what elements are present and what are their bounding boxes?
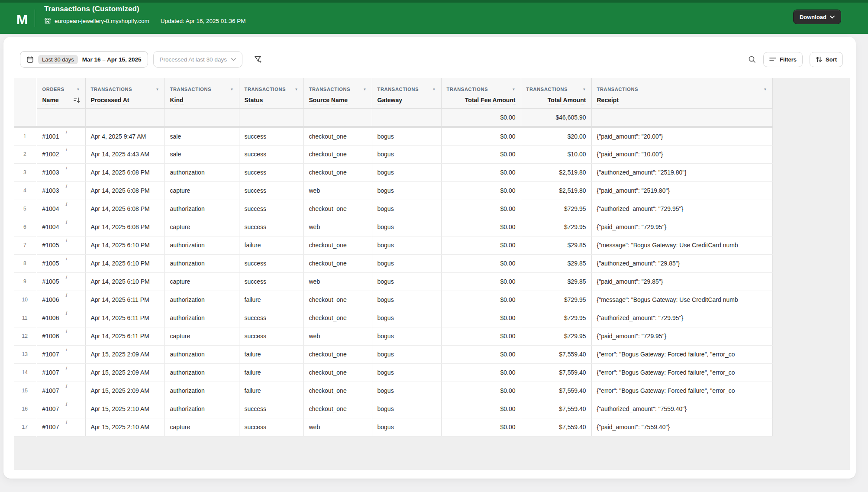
cell-name: #1005i xyxy=(36,272,85,291)
cell-status: failure xyxy=(239,345,303,363)
column-source-cell-name[interactable]: ORDERS▼ xyxy=(36,78,85,93)
cell-total_fee_amount: $0.00 xyxy=(441,218,521,236)
date-range-button[interactable]: Last 30 days Mar 16 – Apr 15, 2025 xyxy=(20,51,148,68)
column-source-cell-receipt[interactable]: TRANSACTIONS▼ xyxy=(591,78,772,93)
cell-source_name: checkout_one xyxy=(303,309,372,327)
info-icon[interactable]: i xyxy=(65,256,67,262)
cell-total_amount: $7,559.40 xyxy=(521,382,591,400)
cell-gateway: bogus xyxy=(372,400,441,418)
info-icon[interactable]: i xyxy=(65,183,67,189)
column-header-receipt[interactable]: Receipt xyxy=(591,93,772,108)
store-icon xyxy=(44,17,51,24)
info-icon[interactable]: i xyxy=(65,383,67,389)
cell-total_amount: $2,519.80 xyxy=(521,163,591,181)
cell-processed_at: Apr 14, 2025 6:08 PM xyxy=(85,218,165,236)
cell-total_amount: $729.95 xyxy=(521,291,591,309)
column-header-source_name[interactable]: Source Name xyxy=(303,93,372,108)
cell-source_name: checkout_one xyxy=(303,291,372,309)
cell-name: #1007i xyxy=(36,418,85,436)
column-header-name[interactable]: Name xyxy=(36,93,85,108)
info-icon[interactable]: i xyxy=(65,201,67,207)
column-header-total_amount[interactable]: Total Amount xyxy=(521,93,591,108)
column-menu-icon[interactable]: ▼ xyxy=(359,87,367,91)
column-header-total_fee_amount[interactable]: Total Fee Amount xyxy=(441,93,521,108)
processed-at-filter-dropdown[interactable]: Processed At last 30 days xyxy=(153,51,242,68)
cell-source_name: checkout_one xyxy=(303,382,372,400)
column-source-cell-source_name[interactable]: TRANSACTIONS▼ xyxy=(303,78,372,93)
column-source-cell-status[interactable]: TRANSACTIONS▼ xyxy=(239,78,303,93)
column-menu-icon[interactable]: ▼ xyxy=(759,87,767,91)
column-menu-icon[interactable]: ▼ xyxy=(290,87,298,91)
table-row: 3#1003iApr 14, 2025 6:08 PMauthorization… xyxy=(14,163,772,181)
column-source-label: ORDERS xyxy=(42,87,65,92)
filters-button[interactable]: Filters xyxy=(763,52,803,67)
column-header-kind[interactable]: Kind xyxy=(165,93,239,108)
filters-button-label: Filters xyxy=(780,56,797,63)
cell-name: #1007i xyxy=(36,345,85,363)
info-icon[interactable]: i xyxy=(65,147,67,152)
cell-gateway: bogus xyxy=(372,163,441,181)
info-icon[interactable]: i xyxy=(65,311,67,316)
row-number: 2 xyxy=(14,145,36,163)
cell-total_fee_amount: $0.00 xyxy=(441,145,521,163)
cell-name: #1006i xyxy=(36,309,85,327)
column-header-status[interactable]: Status xyxy=(239,93,303,108)
filter-lines-icon xyxy=(769,57,776,62)
cell-total_amount: $20.00 xyxy=(521,127,591,145)
column-source-cell-kind[interactable]: TRANSACTIONS▼ xyxy=(165,78,239,93)
download-button[interactable]: Download xyxy=(793,10,841,24)
sort-state-icon[interactable] xyxy=(70,97,80,103)
column-source-cell-processed_at[interactable]: TRANSACTIONS▼ xyxy=(85,78,165,93)
column-header-gateway[interactable]: Gateway xyxy=(372,93,441,108)
info-icon[interactable]: i xyxy=(65,292,67,298)
sort-button[interactable]: Sort xyxy=(810,52,843,67)
info-icon[interactable]: i xyxy=(65,129,67,135)
cell-source_name: checkout_one xyxy=(303,163,372,181)
cell-kind: authorization xyxy=(165,400,239,418)
cell-source_name: checkout_one xyxy=(303,254,372,272)
column-source-cell-gateway[interactable]: TRANSACTIONS▼ xyxy=(372,78,441,93)
info-icon[interactable]: i xyxy=(65,347,67,353)
column-menu-icon[interactable]: ▼ xyxy=(428,87,436,91)
cell-total_fee_amount: $0.00 xyxy=(441,418,521,436)
column-menu-icon[interactable]: ▼ xyxy=(226,87,234,91)
add-filter-button[interactable] xyxy=(254,55,262,64)
cell-name: #1001i xyxy=(36,127,85,145)
cell-receipt: {"paid_amount": "729.95"} xyxy=(591,218,772,236)
summary-total_fee_amount: $0.00 xyxy=(441,108,521,127)
column-source-cell-total_fee_amount[interactable]: TRANSACTIONS▼ xyxy=(441,78,521,93)
column-name: Source Name xyxy=(309,97,348,104)
cell-status: failure xyxy=(239,236,303,254)
cell-processed_at: Apr 15, 2025 2:10 AM xyxy=(85,418,165,436)
column-menu-icon[interactable]: ▼ xyxy=(72,87,80,91)
info-icon[interactable]: i xyxy=(65,238,67,243)
page-title: Transactions (Customized) xyxy=(44,5,245,13)
cell-total_fee_amount: $0.00 xyxy=(441,181,521,200)
row-number: 9 xyxy=(14,272,36,291)
search-button[interactable] xyxy=(748,55,756,64)
cell-processed_at: Apr 14, 2025 6:08 PM xyxy=(85,200,165,218)
cell-kind: sale xyxy=(165,127,239,145)
column-header-processed_at[interactable]: Processed At xyxy=(85,93,165,108)
column-menu-icon[interactable]: ▼ xyxy=(578,87,586,91)
cell-source_name: checkout_one xyxy=(303,145,372,163)
cell-processed_at: Apr 14, 2025 6:11 PM xyxy=(85,309,165,327)
column-menu-icon[interactable]: ▼ xyxy=(152,87,159,91)
info-icon[interactable]: i xyxy=(65,365,67,371)
info-icon[interactable]: i xyxy=(65,329,67,334)
cell-status: success xyxy=(239,309,303,327)
column-source-cell-total_amount[interactable]: TRANSACTIONS▼ xyxy=(521,78,591,93)
info-icon[interactable]: i xyxy=(65,220,67,225)
info-icon[interactable]: i xyxy=(65,401,67,407)
row-number: 11 xyxy=(14,309,36,327)
cell-processed_at: Apr 15, 2025 2:09 AM xyxy=(85,345,165,363)
column-menu-icon[interactable]: ▼ xyxy=(508,87,516,91)
cell-kind: authorization xyxy=(165,345,239,363)
cell-processed_at: Apr 15, 2025 2:10 AM xyxy=(85,400,165,418)
info-icon[interactable]: i xyxy=(65,165,67,171)
cell-kind: authorization xyxy=(165,163,239,181)
info-icon[interactable]: i xyxy=(65,420,67,425)
cell-processed_at: Apr 14, 2025 6:10 PM xyxy=(85,272,165,291)
cell-total_amount: $29.85 xyxy=(521,272,591,291)
info-icon[interactable]: i xyxy=(65,274,67,280)
